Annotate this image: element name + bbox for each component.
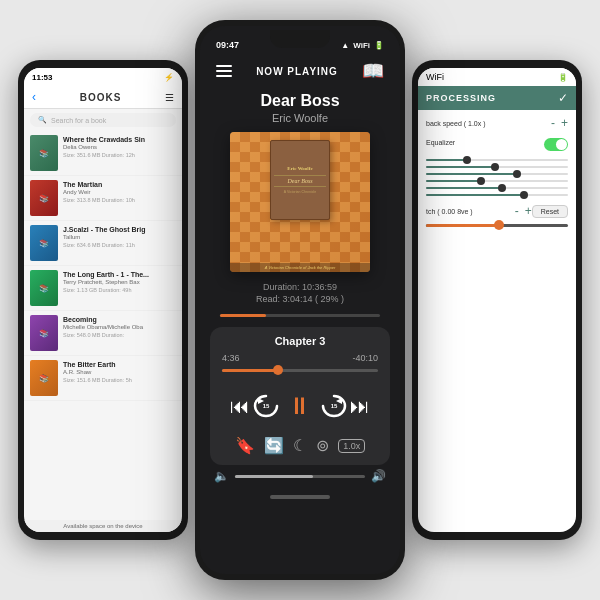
eq-slider-row[interactable] (426, 180, 568, 182)
rewind-button[interactable]: ⏮ (230, 395, 250, 418)
list-item[interactable]: 📚 Becoming Michelle Obama/Michelle Oba S… (24, 311, 182, 356)
playback-speed-row: back speed ( 1.0x ) - + (426, 116, 568, 130)
left-battery: ⚡ (164, 73, 174, 82)
skip-back-button[interactable]: 15 (250, 390, 282, 422)
cover-divider2 (274, 186, 326, 187)
cover-bottom-bar: A Victorian Chronicle of Jack the Ripper (230, 263, 370, 272)
eq-dot-3 (477, 177, 485, 185)
pitch-label: tch ( 0.00 8ve ) (426, 208, 473, 215)
book-header-icon[interactable]: 📖 (362, 60, 384, 82)
books-title: BOOKS (80, 92, 122, 103)
hamburger-line-1 (216, 65, 232, 67)
eq-dot-0 (463, 156, 471, 164)
airplay-button[interactable]: ⊚ (316, 436, 329, 455)
book-title-small: The Bitter Earth (63, 360, 176, 369)
check-icon[interactable]: ✓ (558, 91, 568, 105)
fast-forward-button[interactable]: ⏭ (350, 395, 370, 418)
eq-sliders (426, 159, 568, 196)
left-phone: 11:53 ⚡ ‹ BOOKS ☰ 🔍 Search for a book 📚 … (18, 60, 188, 540)
skip-forward-button[interactable]: 15 (318, 390, 350, 422)
book-info: The Martian Andy Weir Size: 313.8 MB Dur… (63, 180, 176, 205)
eq-track-3 (426, 180, 568, 182)
progress-track (220, 314, 380, 317)
cover-subtitle-bar: A Victorian Chronicle of Jack the Ripper (234, 265, 366, 270)
eq-toggle[interactable] (544, 138, 568, 151)
list-item[interactable]: 📚 The Long Earth - 1 - The... Terry Prat… (24, 266, 182, 311)
book-author-small: Andy Weir (63, 189, 176, 197)
cover-divider (274, 175, 326, 176)
speed-plus[interactable]: + (561, 116, 568, 130)
book-title: Dear Boss (200, 88, 400, 112)
eq-track-4 (426, 187, 568, 189)
volume-row: 🔈 🔊 (200, 465, 400, 487)
hamburger-menu[interactable] (216, 65, 232, 77)
repeat-button[interactable]: 🔄 (264, 436, 284, 455)
skip-back-label: 15 (250, 403, 282, 409)
eq-track-0 (426, 159, 568, 161)
menu-icon[interactable]: ☰ (165, 92, 174, 103)
volume-high-icon: 🔊 (371, 469, 386, 483)
book-cover-thumb: 📚 (30, 315, 58, 351)
pitch-controls: - + (515, 204, 532, 218)
book-cover-container: Eric Woolfe Dear Boss A Victorian Chroni… (200, 132, 400, 272)
pitch-track[interactable] (426, 224, 568, 227)
eq-slider-row[interactable] (426, 194, 568, 196)
right-phone-screen: WiFi 🔋 PROCESSING ✓ back speed ( 1.0x ) … (418, 68, 576, 532)
book-cover-thumb: 📚 (30, 360, 58, 396)
list-item[interactable]: 📚 J.Scalzi - The Ghost Brig Tallum Size:… (24, 221, 182, 266)
eq-fill-2 (426, 173, 518, 175)
eq-slider-row[interactable] (426, 166, 568, 168)
book-author-small: Michelle Obama/Michelle Oba (63, 324, 176, 332)
book-title-small: Becoming (63, 315, 176, 324)
chapter-progress[interactable] (222, 369, 378, 372)
book-author-small: Delia Owens (63, 144, 176, 152)
pitch-plus[interactable]: + (525, 204, 532, 218)
right-status-bar: WiFi 🔋 (418, 68, 576, 86)
book-info: J.Scalzi - The Ghost Brig Tallum Size: 6… (63, 225, 176, 250)
home-bar (270, 495, 330, 499)
back-button[interactable]: ‹ (32, 90, 36, 104)
eq-fill-3 (426, 180, 483, 182)
left-time: 11:53 (32, 73, 52, 82)
sleep-timer-button[interactable]: ☾ (293, 436, 307, 455)
book-meta-small: Size: 634.6 MB Duration: 11h (63, 242, 176, 250)
main-progress-bar[interactable] (220, 314, 380, 317)
eq-fill-1 (426, 166, 497, 168)
book-meta-small: Size: 151.6 MB Duration: 5h (63, 377, 176, 385)
book-author: Eric Woolfe (200, 112, 400, 132)
book-cover-thumb: 📚 (30, 180, 58, 216)
bookmark-button[interactable]: 🔖 (235, 436, 255, 455)
center-time: 09:47 (216, 40, 239, 50)
status-icons: ▲ WiFi 🔋 (341, 41, 384, 50)
speed-minus[interactable]: - (551, 116, 555, 130)
book-author-small: A.R. Shaw (63, 369, 176, 377)
list-item[interactable]: 📚 The Bitter Earth A.R. Shaw Size: 151.6… (24, 356, 182, 401)
playback-speed-label: back speed ( 1.0x ) (426, 120, 486, 127)
book-list: 📚 Where the Crawdads Sin Delia Owens Siz… (24, 131, 182, 401)
cover-spine: Eric Woolfe Dear Boss A Victorian Chroni… (270, 140, 330, 220)
speed-button[interactable]: 1.0x (338, 439, 365, 453)
book-cover-thumb: 📚 (30, 135, 58, 171)
eq-slider-row[interactable] (426, 159, 568, 161)
list-item[interactable]: 📚 The Martian Andy Weir Size: 313.8 MB D… (24, 176, 182, 221)
right-battery: 🔋 (558, 73, 568, 82)
signal-icon: ▲ (341, 41, 349, 50)
book-meta-small: Size: 548.0 MB Duration: (63, 332, 176, 340)
search-bar[interactable]: 🔍 Search for a book (30, 113, 176, 127)
eq-track-5 (426, 194, 568, 196)
pitch-minus[interactable]: - (515, 204, 519, 218)
reset-button[interactable]: Reset (532, 205, 568, 218)
book-cover-thumb: 📚 (30, 225, 58, 261)
home-indicator (200, 487, 400, 507)
pause-button[interactable]: ⏸ (282, 386, 318, 426)
list-item[interactable]: 📚 Where the Crawdads Sin Delia Owens Siz… (24, 131, 182, 176)
eq-label: Equalizer (426, 139, 455, 146)
eq-slider-row[interactable] (426, 173, 568, 175)
volume-slider[interactable] (235, 475, 365, 478)
cover-subtitle-text: A Victorian Chronicle (282, 189, 318, 196)
book-title-small: Where the Crawdads Sin (63, 135, 176, 144)
chapter-time-row: 4:36 -40:10 (222, 353, 378, 363)
eq-slider-row[interactable] (426, 187, 568, 189)
search-icon: 🔍 (38, 116, 47, 124)
wifi-icon: WiFi (353, 41, 370, 50)
